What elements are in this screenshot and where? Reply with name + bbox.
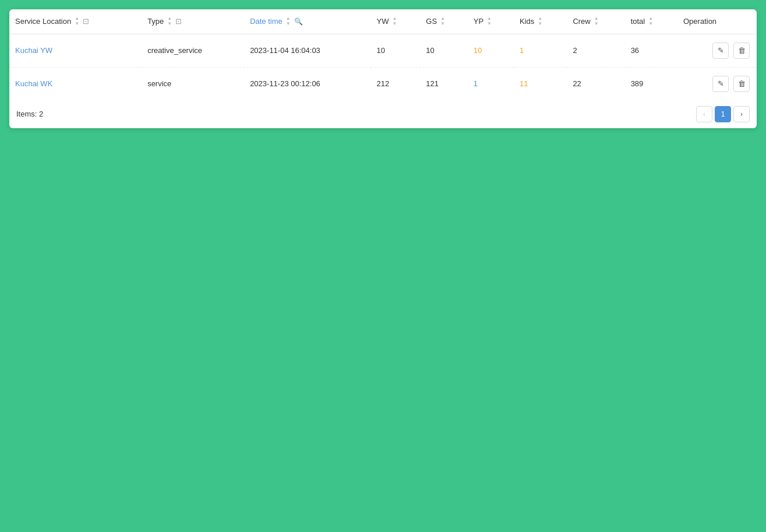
col-header-operation: Operation <box>677 9 757 34</box>
col-label-kids: Kids <box>520 17 534 26</box>
cell-service-location: Kuchai YW <box>9 34 142 67</box>
col-header-kids: Kids ▲▼ <box>514 9 567 34</box>
cell-total: 389 <box>625 67 677 100</box>
filter-icon-type[interactable]: ⊡ <box>175 17 182 26</box>
edit-button[interactable]: ✎ <box>712 76 729 92</box>
delete-button[interactable]: 🗑 <box>733 76 750 92</box>
page-1-button[interactable]: 1 <box>715 106 731 122</box>
cell-yw: 212 <box>371 67 421 100</box>
data-table: Service Location ▲▼ ⊡ Type ▲▼ ⊡ <box>9 9 757 128</box>
items-count: Items: 2 <box>16 110 43 118</box>
cell-yp: 1 <box>468 67 514 100</box>
cell-date-time: 2023-11-04 16:04:03 <box>244 34 370 67</box>
cell-kids: 11 <box>514 67 567 100</box>
cell-crew: 22 <box>567 67 624 100</box>
filter-icon-service-location[interactable]: ⊡ <box>83 17 89 26</box>
col-label-yw: YW <box>377 17 389 26</box>
col-header-date-time: Date time ▲▼ 🔍 <box>244 9 370 34</box>
sort-icon-service-location[interactable]: ▲▼ <box>75 16 79 27</box>
col-header-gs: GS ▲▼ <box>420 9 467 34</box>
sort-icon-total[interactable]: ▲▼ <box>648 16 653 27</box>
table-footer: Items: 2 ‹ 1 › <box>9 100 757 128</box>
sort-icon-gs[interactable]: ▲▼ <box>440 16 445 27</box>
pagination: ‹ 1 › <box>696 106 750 122</box>
cell-crew: 2 <box>567 34 624 67</box>
cell-kids: 1 <box>514 34 567 67</box>
cell-operation: ✎ 🗑 <box>677 34 757 67</box>
sort-icon-yp[interactable]: ▲▼ <box>487 16 492 27</box>
cell-gs: 121 <box>420 67 467 100</box>
table-row: Kuchai WK service 2023-11-23 00:12:06 21… <box>9 67 757 100</box>
cell-operation: ✎ 🗑 <box>677 67 757 100</box>
col-header-crew: Crew ▲▼ <box>567 9 624 34</box>
table-row: Kuchai YW creative_service 2023-11-04 16… <box>9 34 757 67</box>
cell-date-time: 2023-11-23 00:12:06 <box>244 67 370 100</box>
cell-type: service <box>142 67 244 100</box>
col-label-service-location: Service Location <box>15 17 71 26</box>
sort-icon-kids[interactable]: ▲▼ <box>538 16 542 27</box>
sort-icon-yw[interactable]: ▲▼ <box>392 16 397 27</box>
col-header-yp: YP ▲▼ <box>468 9 514 34</box>
col-label-crew: Crew <box>573 17 590 26</box>
sort-icon-crew[interactable]: ▲▼ <box>594 16 599 27</box>
search-icon-date-time[interactable]: 🔍 <box>294 17 303 26</box>
cell-yp: 10 <box>468 34 514 67</box>
col-label-date-time: Date time <box>250 17 283 26</box>
col-label-type: Type <box>147 17 164 26</box>
delete-button[interactable]: 🗑 <box>733 43 750 59</box>
col-header-total: total ▲▼ <box>625 9 677 34</box>
cell-total: 36 <box>625 34 677 67</box>
col-header-yw: YW ▲▼ <box>371 9 421 34</box>
cell-gs: 10 <box>420 34 467 67</box>
col-label-yp: YP <box>474 17 483 26</box>
next-page-button[interactable]: › <box>733 106 750 122</box>
edit-button[interactable]: ✎ <box>712 43 729 59</box>
prev-page-button[interactable]: ‹ <box>696 106 712 122</box>
cell-type: creative_service <box>142 34 244 67</box>
cell-service-location: Kuchai WK <box>9 67 142 100</box>
col-header-type: Type ▲▼ ⊡ <box>142 9 244 34</box>
sort-icon-date-time[interactable]: ▲▼ <box>286 16 291 27</box>
cell-yw: 10 <box>371 34 421 67</box>
col-label-operation: Operation <box>683 17 716 26</box>
col-label-gs: GS <box>426 17 437 26</box>
col-header-service-location: Service Location ▲▼ ⊡ <box>9 9 142 34</box>
col-label-total: total <box>631 17 645 26</box>
sort-icon-type[interactable]: ▲▼ <box>167 16 172 27</box>
